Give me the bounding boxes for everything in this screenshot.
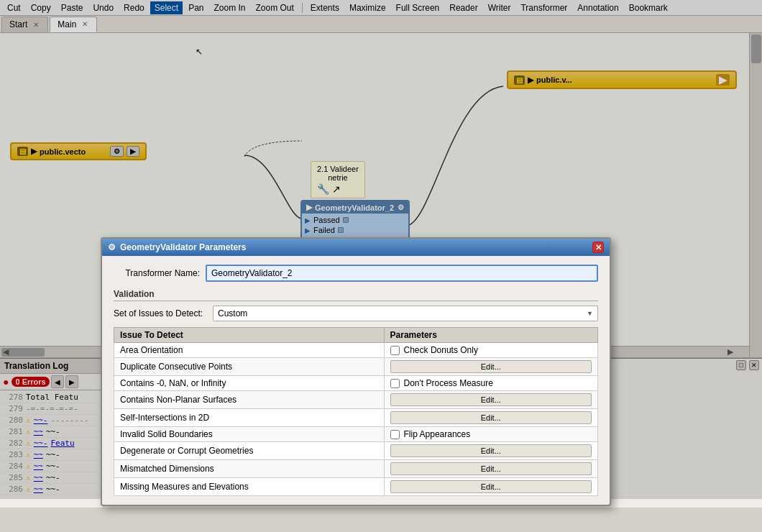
log-blue-285[interactable]: ~~	[34, 473, 43, 482]
scroll-right[interactable]	[749, 33, 762, 358]
edit-button[interactable]: Edit...	[390, 480, 592, 493]
edit-button[interactable]: Edit...	[390, 393, 592, 406]
checkbox-label: Don't Process Measure	[404, 378, 493, 388]
menu-transformer[interactable]: Transformer	[516, 1, 572, 14]
edit-button[interactable]: Edit...	[390, 444, 592, 457]
menu-extents[interactable]: Extents	[306, 1, 344, 14]
table-row: Contains -0, NaN, or InfinityDon't Proce…	[114, 376, 598, 391]
log-msg-280: --------	[51, 416, 89, 425]
scroll-right-thumb[interactable]	[751, 35, 761, 63]
menu-redo[interactable]: Redo	[119, 1, 149, 14]
table-row: Invalid Solid BoundariesFlip Appearances	[114, 427, 598, 442]
col-params: Parameters	[384, 328, 597, 343]
menu-writer[interactable]: Writer	[484, 1, 515, 14]
log-msg-282[interactable]: Featu	[51, 439, 75, 448]
log-maximize-btn[interactable]: □	[736, 360, 746, 370]
source-node-left[interactable]: ▤ ▶ public.vecto ⚙ ▶	[10, 142, 147, 160]
port-failed-arrow: ▶	[305, 226, 311, 234]
log-blue-282[interactable]: ~~-	[34, 439, 48, 448]
tab-start-close[interactable]: ✕	[32, 20, 40, 29]
validation-header: Validation	[114, 289, 598, 301]
tab-start[interactable]: Start ✕	[1, 17, 48, 32]
issue-name-cell: Self-Intersections in 2D	[114, 409, 385, 427]
log-num-285: 285	[3, 473, 23, 482]
scroll-left-arrow[interactable]: ◀	[3, 347, 9, 357]
modal-dialog[interactable]: ⚙ GeometryValidator Parameters ✕ Transfo…	[101, 237, 611, 506]
transformer-gear[interactable]: ⚙	[398, 203, 404, 211]
log-toolbar: ● 0 Errors ◀ ▶	[0, 374, 104, 390]
source-node-left-arrow[interactable]: ▶	[127, 146, 139, 157]
issue-checkbox[interactable]	[390, 430, 400, 439]
menu-reader[interactable]: Reader	[445, 1, 482, 14]
log-row-283: 283 ⚠ ~~ ~~-	[1, 449, 102, 461]
set-of-issues-label: Set of Issues to Detect:	[114, 308, 207, 318]
table-row: Mismatched DimensionsEdit...	[114, 460, 598, 478]
log-msg-283: ~~-	[46, 450, 60, 459]
checkbox-cell: Don't Process Measure	[390, 378, 592, 388]
log-num-278: 278	[3, 393, 23, 402]
menu-zoomin[interactable]: Zoom In	[209, 1, 249, 14]
edit-button[interactable]: Edit...	[390, 411, 592, 424]
source-node-left-name: public.vecto	[40, 147, 86, 156]
log-num-284: 284	[3, 462, 23, 471]
transformer-title[interactable]: ▶ GeometryValidator_2 ⚙	[302, 201, 408, 214]
log-msg-279: -=-=-=-=-=-	[26, 404, 78, 413]
modal-title-icon: ⚙	[108, 242, 116, 252]
menu-copy[interactable]: Copy	[27, 1, 55, 14]
menu-pan[interactable]: Pan	[184, 1, 208, 14]
log-content[interactable]: 278 Total Featu 279 -=-=-=-=-=- 280 ⚠ ~~…	[0, 390, 104, 508]
issue-param-cell: Edit...	[384, 442, 597, 460]
source-node-right[interactable]: ▤ ▶ public.v... ▶	[507, 70, 737, 89]
menu-separator	[302, 3, 303, 13]
checkbox-label: Check Donuts Only	[404, 345, 478, 355]
table-row: Contains Non-Planar SurfacesEdit...	[114, 391, 598, 409]
menu-maximize[interactable]: Maximize	[345, 1, 390, 14]
menu-select[interactable]: Select	[150, 1, 183, 14]
menu-paste[interactable]: Paste	[57, 1, 88, 14]
scroll-right-arrow[interactable]: ▶	[727, 347, 733, 357]
menu-undo[interactable]: Undo	[88, 1, 118, 14]
log-blue-280[interactable]: ~~-	[34, 416, 48, 425]
issue-checkbox[interactable]	[390, 346, 400, 355]
log-row-286: 286 ⚠ ~~ ~~-	[1, 484, 102, 495]
menu-fullscreen[interactable]: Full Screen	[392, 1, 444, 14]
log-next-btn[interactable]: ▶	[65, 375, 78, 388]
log-blue-281[interactable]: ~~	[34, 427, 43, 436]
log-blue-284[interactable]: ~~	[34, 462, 43, 471]
log-prev-btn[interactable]: ◀	[51, 375, 64, 388]
log-warn-281: ⚠	[26, 427, 31, 436]
source-node-left-gear[interactable]: ⚙	[110, 146, 124, 157]
transformer-name-row: Transformer Name:	[114, 265, 598, 282]
issue-checkbox[interactable]	[390, 379, 400, 388]
log-num-283: 283	[3, 450, 23, 459]
transformer-name-label: Transformer Name:	[114, 268, 200, 278]
log-blue-286[interactable]: ~~	[34, 485, 43, 494]
source-node-right-end[interactable]: ▶	[716, 74, 730, 86]
port-passed-connector	[343, 217, 349, 223]
log-row-278: 278 Total Featu	[1, 392, 102, 403]
set-select-arrow: ▼	[587, 310, 593, 317]
edit-button[interactable]: Edit...	[390, 462, 592, 475]
transformer-name-input[interactable]	[206, 265, 598, 282]
log-msg-281: ~~-	[46, 427, 60, 436]
log-close-btn[interactable]: ✕	[749, 360, 759, 370]
tab-start-label: Start	[9, 19, 27, 29]
log-msg-285: ~~-	[46, 473, 60, 482]
transformer-name: GeometryValidator_2	[315, 203, 394, 212]
log-msg-278: Total Featu	[26, 393, 78, 402]
modal-close-button[interactable]: ✕	[592, 242, 604, 253]
table-row: Self-Intersections in 2DEdit...	[114, 409, 598, 427]
log-warn-280: ⚠	[26, 416, 31, 425]
menu-zoomout[interactable]: Zoom Out	[252, 1, 298, 14]
menu-cut[interactable]: Cut	[3, 1, 25, 14]
menu-bookmark[interactable]: Bookmark	[625, 1, 672, 14]
source-node-left-body[interactable]: ▤ ▶ public.vecto ⚙ ▶	[10, 142, 147, 160]
log-warn-283: ⚠	[26, 450, 31, 459]
set-of-issues-select[interactable]: Custom ▼	[213, 306, 598, 321]
issue-name-cell: Mismatched Dimensions	[114, 460, 385, 478]
menu-annotation[interactable]: Annotation	[573, 1, 623, 14]
tab-main[interactable]: Main ✕	[50, 17, 97, 32]
edit-button[interactable]: Edit...	[390, 360, 592, 373]
tab-main-close[interactable]: ✕	[81, 20, 89, 29]
log-blue-283[interactable]: ~~	[34, 450, 43, 459]
